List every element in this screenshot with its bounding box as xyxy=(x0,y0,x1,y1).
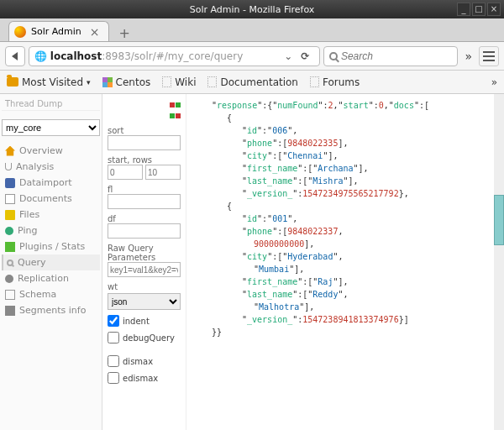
tab-close-icon[interactable]: × xyxy=(87,25,103,39)
indent-checkbox[interactable] xyxy=(108,315,119,327)
search-icon xyxy=(329,52,337,60)
search-input[interactable] xyxy=(341,50,453,62)
plugins-icon xyxy=(5,242,15,252)
query-result: "response":{"numFound":2,"start":0,"docs… xyxy=(186,94,504,430)
analysis-icon xyxy=(5,163,12,170)
window-titlebar: Solr Admin - Mozilla Firefox _ □ × xyxy=(0,0,504,18)
result-scrollbar[interactable] xyxy=(494,94,504,430)
segments-icon xyxy=(5,306,15,316)
start-input[interactable] xyxy=(108,165,143,180)
sidebar-item-replication[interactable]: Replication xyxy=(2,270,100,286)
reload-button[interactable]: ⟳ xyxy=(296,50,314,62)
browser-searchbox[interactable] xyxy=(323,46,458,66)
bookmark-documentation[interactable]: Documentation xyxy=(207,76,298,88)
centos-icon xyxy=(102,77,113,87)
sidebar-item-documents[interactable]: Documents xyxy=(2,191,100,207)
raw-label: Raw Query Parameters xyxy=(108,244,181,262)
browser-tabbar: Solr Admin × + xyxy=(0,18,504,42)
browser-tab[interactable]: Solr Admin × xyxy=(8,21,109,41)
overflow-button[interactable]: » xyxy=(461,50,475,63)
new-tab-button[interactable]: + xyxy=(114,25,135,41)
sidebar-item-dataimport[interactable]: Dataimport xyxy=(2,175,100,191)
dismax-checkbox[interactable] xyxy=(108,355,119,367)
scrollbar-thumb[interactable] xyxy=(494,195,504,245)
page-content: Thread Dump my_core Overview Analysis Da… xyxy=(0,94,504,430)
window-title: Solr Admin - Mozilla Firefox xyxy=(190,4,315,15)
fl-input[interactable] xyxy=(108,194,181,209)
search-icon xyxy=(7,260,13,266)
solr-favicon-icon xyxy=(14,26,26,38)
wt-select[interactable]: json xyxy=(108,293,181,310)
browser-navbar: 🌐 localhost :8983/solr/#/my_core/query ⌄… xyxy=(0,42,504,71)
page-icon xyxy=(162,76,171,87)
raw-input[interactable] xyxy=(108,262,181,277)
chevron-down-icon: ▾ xyxy=(87,78,91,87)
wt-label: wt xyxy=(108,282,181,291)
folder-icon xyxy=(7,77,18,87)
sidebar-item-analysis[interactable]: Analysis xyxy=(2,159,100,175)
tab-title: Solr Admin xyxy=(31,26,81,37)
form-toggle-icon[interactable] xyxy=(108,99,181,121)
page-icon xyxy=(310,76,319,87)
sidebar-item-plugins[interactable]: Plugins / Stats xyxy=(2,239,100,254)
home-icon xyxy=(5,146,15,156)
rows-input[interactable] xyxy=(145,165,181,180)
ping-icon xyxy=(5,227,13,235)
query-form: sort start, rows fl df Raw Query Paramet… xyxy=(102,94,186,430)
menu-button[interactable] xyxy=(479,46,499,66)
folder-icon xyxy=(5,210,15,220)
sidebar-item-ping[interactable]: Ping xyxy=(2,223,100,239)
page-icon xyxy=(207,76,217,87)
core-selector[interactable]: my_core xyxy=(2,119,100,136)
url-host: localhost xyxy=(50,50,102,62)
bookmark-bar: Most Visited ▾ Centos Wiki Documentation… xyxy=(0,71,504,94)
df-input[interactable] xyxy=(108,223,181,239)
sidebar-item-segments[interactable]: Segments info xyxy=(2,302,100,318)
solr-sidebar: Thread Dump my_core Overview Analysis Da… xyxy=(0,94,102,430)
fl-label: fl xyxy=(108,185,181,194)
bookmark-wiki[interactable]: Wiki xyxy=(162,76,196,88)
url-path: :8983/solr/#/my_core/query xyxy=(102,50,243,62)
replication-icon xyxy=(5,275,13,283)
sidebar-item-files[interactable]: Files xyxy=(2,207,100,223)
sidebar-item-overview[interactable]: Overview xyxy=(2,143,100,159)
bookmark-forums[interactable]: Forums xyxy=(310,76,360,88)
documents-icon xyxy=(5,194,15,204)
schema-icon xyxy=(5,290,15,300)
window-minimize-button[interactable]: _ xyxy=(457,3,470,16)
sidebar-item-schema[interactable]: Schema xyxy=(2,286,100,302)
bookmark-most-visited[interactable]: Most Visited ▾ xyxy=(7,76,91,88)
url-bar[interactable]: 🌐 localhost :8983/solr/#/my_core/query ⌄… xyxy=(29,46,320,66)
back-button[interactable] xyxy=(5,46,25,66)
dataimport-icon xyxy=(5,178,15,188)
window-maximize-button[interactable]: □ xyxy=(472,3,486,16)
url-dropdown-icon[interactable]: ⌄ xyxy=(281,50,296,62)
startrows-label: start, rows xyxy=(108,155,181,165)
edismax-checkbox[interactable] xyxy=(108,372,119,384)
sort-input[interactable] xyxy=(108,135,181,150)
sidebar-thread-dump[interactable]: Thread Dump xyxy=(2,97,100,111)
bookmark-overflow-button[interactable]: » xyxy=(491,76,497,88)
debugquery-checkbox[interactable] xyxy=(108,332,119,343)
sort-label: sort xyxy=(108,126,181,135)
bookmark-centos[interactable]: Centos xyxy=(102,76,151,88)
sidebar-item-query[interactable]: Query xyxy=(2,254,100,270)
df-label: df xyxy=(108,214,181,223)
window-close-button[interactable]: × xyxy=(487,3,501,16)
